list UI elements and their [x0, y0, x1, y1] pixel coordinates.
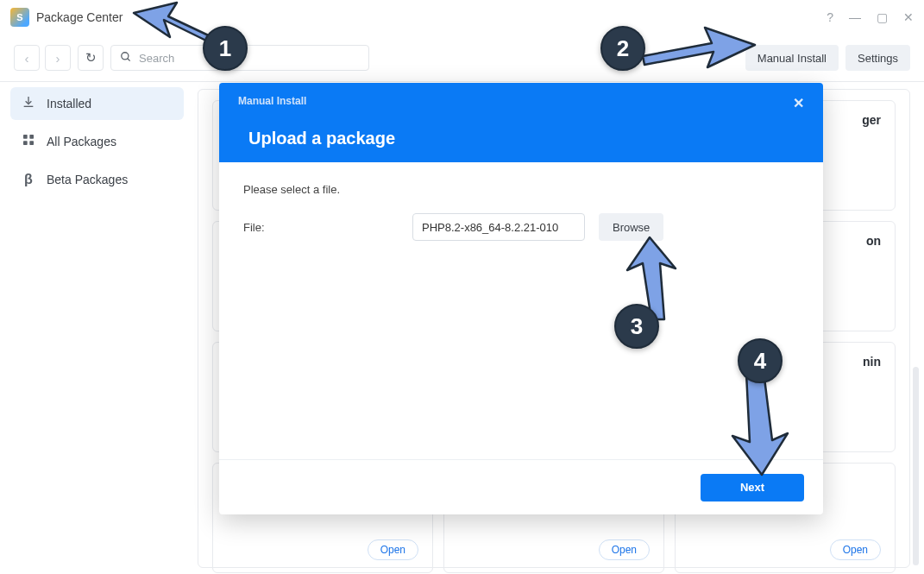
manual-install-modal: Manual Install ✕ Upload a package Please…	[219, 83, 823, 514]
modal-footer: Next	[219, 459, 823, 514]
modal-close-icon[interactable]: ✕	[793, 95, 804, 111]
modal-heading: Upload a package	[248, 129, 804, 148]
file-label: File:	[243, 221, 399, 234]
modal-header: Manual Install ✕ Upload a package	[219, 83, 823, 162]
next-button[interactable]: Next	[701, 474, 804, 501]
modal-overlay: Manual Install ✕ Upload a package Please…	[0, 0, 924, 574]
modal-hint: Please select a file.	[243, 183, 799, 196]
modal-body: Please select a file. File: Browse	[219, 162, 823, 459]
modal-title: Manual Install	[238, 95, 306, 107]
browse-button[interactable]: Browse	[599, 213, 663, 241]
file-row: File: Browse	[243, 213, 799, 241]
file-input[interactable]	[412, 213, 585, 241]
